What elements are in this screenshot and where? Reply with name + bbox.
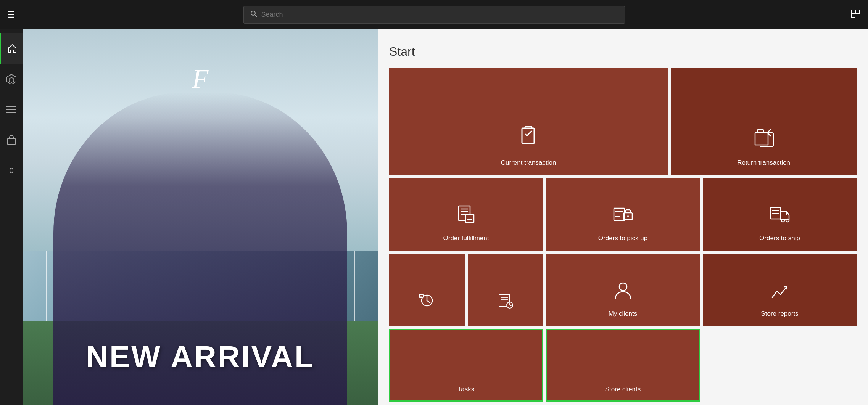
orders-ship-label: Orders to ship: [759, 235, 800, 242]
tile-my-clients[interactable]: My clients: [546, 254, 700, 326]
svg-rect-35: [420, 296, 422, 297]
my-clients-label: My clients: [609, 310, 638, 318]
svg-point-30: [786, 219, 789, 222]
store-reports-label: Store reports: [761, 310, 798, 318]
hero-image: F NEW ARRIVAL: [23, 29, 378, 405]
row-4: Tasks Store clients: [389, 329, 857, 402]
svg-rect-4: [852, 14, 855, 18]
topbar: ☰: [0, 0, 868, 29]
sidebar-item-inventory[interactable]: [0, 64, 23, 94]
store-reports-icon: [770, 281, 790, 305]
tiles-grid: Current transaction Return transaction: [389, 68, 857, 402]
sidebar-item-menu[interactable]: [0, 94, 23, 125]
tile-return-transaction[interactable]: Return transaction: [671, 68, 857, 175]
svg-point-25: [627, 215, 629, 217]
time-report-icon: [497, 292, 514, 312]
tile-recents[interactable]: [389, 254, 465, 326]
right-panel: Start Current transaction: [378, 29, 868, 405]
small-tiles-pair: [389, 254, 543, 326]
svg-line-33: [427, 301, 430, 303]
tile-order-fulfillment[interactable]: Order fulfillment: [389, 178, 543, 251]
orders-pickup-label: Orders to pick up: [598, 235, 647, 242]
search-bar[interactable]: [243, 6, 625, 24]
tasks-label: Tasks: [458, 386, 474, 393]
order-fulfillment-label: Order fulfillment: [443, 235, 489, 242]
orders-ship-icon: [769, 204, 791, 229]
small-tiles-col: [389, 254, 543, 326]
hero-logo: F: [192, 64, 209, 94]
svg-rect-17: [465, 214, 474, 223]
orders-pickup-icon: [612, 204, 634, 229]
sidebar-item-home[interactable]: [0, 33, 23, 64]
svg-rect-12: [755, 133, 768, 145]
sidebar: 0: [0, 29, 23, 405]
recents-icon: [419, 292, 435, 312]
row-1: Current transaction Return transaction: [389, 68, 857, 175]
tile-orders-to-pick-up[interactable]: Orders to pick up: [546, 178, 700, 251]
current-transaction-label: Current transaction: [501, 159, 556, 167]
return-transaction-icon: [753, 127, 775, 154]
svg-point-42: [619, 283, 627, 291]
my-clients-icon: [613, 281, 633, 305]
tile-current-transaction[interactable]: Current transaction: [389, 68, 668, 175]
tile-tasks[interactable]: Tasks: [389, 329, 543, 402]
svg-rect-3: [856, 10, 859, 13]
sidebar-item-bag[interactable]: [0, 125, 23, 155]
svg-rect-2: [852, 10, 855, 13]
order-fulfillment-icon: [456, 204, 477, 229]
notification-icon[interactable]: [850, 9, 860, 21]
tile-orders-to-ship[interactable]: Orders to ship: [703, 178, 857, 251]
count-label: 0: [9, 166, 13, 175]
store-clients-label: Store clients: [605, 386, 641, 393]
row-3: My clients Store reports: [389, 254, 857, 326]
hero-text: NEW ARRIVAL: [23, 339, 378, 374]
svg-line-1: [254, 15, 257, 17]
main-layout: 0 F NEW ARRIVAL Start: [0, 29, 868, 405]
return-transaction-label: Return transaction: [737, 159, 790, 167]
empty-space: [703, 329, 857, 402]
tile-orders-to-ship-2[interactable]: Store reports: [703, 254, 857, 326]
svg-rect-10: [8, 138, 15, 145]
hamburger-icon[interactable]: ☰: [8, 10, 15, 20]
row-2: Order fulfillment O: [389, 178, 857, 251]
search-icon: [250, 10, 258, 19]
current-transaction-icon: [517, 126, 540, 154]
tile-time-report[interactable]: [468, 254, 543, 326]
svg-point-29: [781, 219, 784, 222]
tile-store-clients[interactable]: Store clients: [546, 329, 700, 402]
svg-marker-6: [9, 77, 14, 83]
start-title: Start: [389, 45, 857, 59]
svg-rect-11: [522, 128, 534, 143]
search-input[interactable]: [261, 11, 618, 19]
sidebar-item-count[interactable]: 0: [0, 155, 23, 186]
